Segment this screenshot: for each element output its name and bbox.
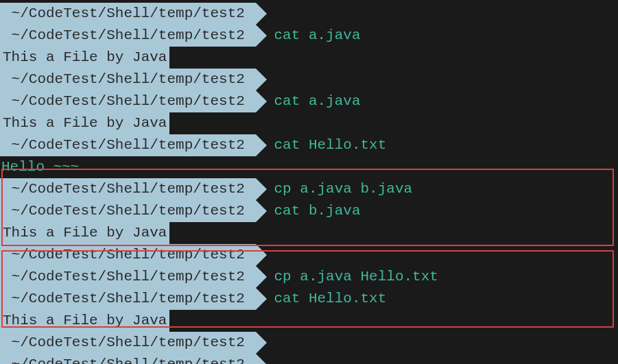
prompt-path: ~/CodeTest/Shell/temp/test2: [0, 200, 256, 222]
terminal-output[interactable]: ~/CodeTest/Shell/temp/test2 ~/CodeTest/S…: [0, 0, 618, 364]
terminal-line: This a File by Java: [0, 112, 618, 134]
prompt-path: ~/CodeTest/Shell/temp/test2: [0, 332, 256, 354]
command-text: cat b.java: [274, 200, 360, 222]
terminal-line: ~/CodeTest/Shell/temp/test2: [0, 354, 618, 364]
terminal-line: ~/CodeTest/Shell/temp/test2 cat Hello.tx…: [0, 134, 618, 156]
terminal-line: ~/CodeTest/Shell/temp/test2 cat a.java: [0, 25, 618, 47]
output-text: This a File by Java: [0, 112, 169, 134]
output-text: This a File by Java: [0, 310, 169, 332]
prompt-path: ~/CodeTest/Shell/temp/test2: [0, 288, 256, 310]
prompt-path: ~/CodeTest/Shell/temp/test2: [0, 354, 256, 364]
terminal-line: ~/CodeTest/Shell/temp/test2: [0, 69, 618, 90]
terminal-line: ~/CodeTest/Shell/temp/test2 cat b.java: [0, 200, 618, 222]
prompt-path: ~/CodeTest/Shell/temp/test2: [0, 244, 256, 266]
terminal-line: ~/CodeTest/Shell/temp/test2: [0, 3, 618, 25]
terminal-line: ~/CodeTest/Shell/temp/test2 cat Hello.tx…: [0, 288, 618, 310]
terminal-line: ~/CodeTest/Shell/temp/test2: [0, 332, 618, 354]
terminal-line: ~/CodeTest/Shell/temp/test2 cp a.java He…: [0, 266, 618, 288]
command-text: cat Hello.txt: [274, 288, 386, 310]
terminal-line: This a File by Java: [0, 222, 618, 244]
command-text: cat a.java: [274, 90, 360, 112]
prompt-path: ~/CodeTest/Shell/temp/test2: [0, 25, 256, 47]
prompt-path: ~/CodeTest/Shell/temp/test2: [0, 266, 256, 288]
output-text: This a File by Java: [0, 47, 169, 69]
command-text: cp a.java b.java: [274, 178, 412, 200]
command-text: cat a.java: [274, 25, 360, 47]
terminal-line: ~/CodeTest/Shell/temp/test2 cp a.java b.…: [0, 178, 618, 200]
prompt-path: ~/CodeTest/Shell/temp/test2: [0, 178, 256, 200]
command-text: cat Hello.txt: [274, 134, 386, 156]
prompt-path: ~/CodeTest/Shell/temp/test2: [0, 90, 256, 112]
prompt-path: ~/CodeTest/Shell/temp/test2: [0, 134, 256, 156]
terminal-line: Hello ~~~: [0, 156, 618, 178]
command-text: cp a.java Hello.txt: [274, 266, 438, 288]
terminal-line: This a File by Java: [0, 47, 618, 69]
terminal-line: This a File by Java: [0, 310, 618, 332]
output-text: This a File by Java: [0, 222, 169, 244]
output-text: Hello ~~~: [0, 156, 79, 178]
prompt-path: ~/CodeTest/Shell/temp/test2: [0, 69, 256, 90]
prompt-path: ~/CodeTest/Shell/temp/test2: [0, 3, 256, 25]
terminal-line: ~/CodeTest/Shell/temp/test2 cat a.java: [0, 90, 618, 112]
terminal-line: ~/CodeTest/Shell/temp/test2: [0, 244, 618, 266]
